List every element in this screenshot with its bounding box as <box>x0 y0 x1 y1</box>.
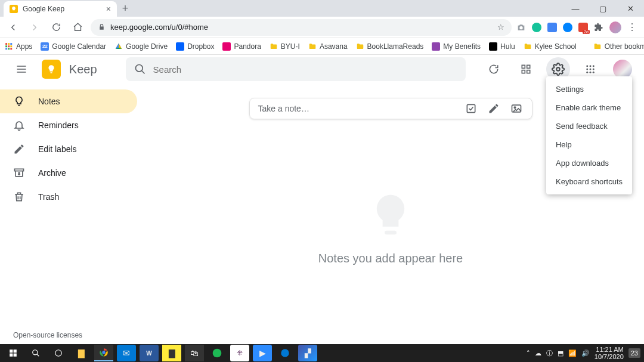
main-menu-button[interactable] <box>10 57 33 81</box>
keep-logo-icon <box>42 60 61 79</box>
tab-close-icon[interactable]: × <box>106 4 111 14</box>
back-button[interactable] <box>5 19 21 36</box>
sidebar-item-trash[interactable]: Trash <box>0 185 137 209</box>
search-box[interactable] <box>126 57 466 81</box>
star-icon[interactable]: ☆ <box>497 23 504 32</box>
window-close-button[interactable]: ✕ <box>617 0 644 17</box>
other-bookmarks[interactable]: Other bookmarks <box>593 42 644 51</box>
search-task-icon[interactable] <box>26 345 45 361</box>
store-taskbar-icon[interactable]: 🛍 <box>185 345 204 361</box>
camera-icon[interactable] <box>516 23 526 32</box>
svg-point-23 <box>590 72 592 73</box>
settings-menu-settings[interactable]: Settings <box>546 80 632 98</box>
svg-point-36 <box>102 351 105 354</box>
refresh-button[interactable] <box>482 57 506 81</box>
grammarly-ext-icon[interactable] <box>532 23 541 32</box>
cortana-icon[interactable] <box>49 345 68 361</box>
bookmark-label: Asavana <box>320 42 348 51</box>
sidebar-item-reminders[interactable]: Reminders <box>0 113 137 137</box>
spotify-taskbar-icon[interactable] <box>208 345 227 361</box>
forward-button[interactable] <box>26 19 43 36</box>
svg-rect-7 <box>5 48 7 49</box>
sidebar-item-label: Notes <box>38 97 60 106</box>
wifi-tray-icon[interactable]: 📶 <box>568 349 577 357</box>
footer-licenses-link[interactable]: Open-source licenses <box>13 331 82 339</box>
bookmark-kylee-school[interactable]: Kylee School <box>524 42 577 51</box>
taskbar-clock[interactable]: 11:21 AM 10/7/2020 <box>595 346 624 360</box>
take-note-input[interactable]: Take a note… <box>249 98 532 119</box>
photos-taskbar-icon[interactable]: ▞ <box>298 345 317 361</box>
zoom-taskbar-icon[interactable]: ▶ <box>253 345 272 361</box>
sidebar-item-label: Reminders <box>38 120 79 130</box>
settings-menu-app-downloads[interactable]: App downloads <box>546 154 632 172</box>
profile-chip[interactable] <box>609 21 621 33</box>
messenger-ext-icon[interactable] <box>563 23 572 32</box>
bookmark-label: Apps <box>16 42 32 51</box>
sidebar-item-notes[interactable]: Notes <box>0 89 137 113</box>
reload-button[interactable] <box>48 19 64 36</box>
bookmark-dropbox[interactable]: Dropbox <box>176 42 214 51</box>
bookmark-my-benefits[interactable]: My Benefits <box>432 42 481 51</box>
empty-state: Notes you add appear here <box>318 191 463 265</box>
new-image-icon[interactable] <box>509 101 524 116</box>
pencil-icon <box>13 143 25 155</box>
extension-icons: 2d ⋮ <box>516 21 639 33</box>
info-tray-icon[interactable]: ⓘ <box>546 349 553 358</box>
bookmark-icon: 22 <box>41 42 49 51</box>
new-tab-button[interactable]: + <box>117 0 134 17</box>
bookmark-icon <box>270 42 278 51</box>
sticky-notes-icon[interactable]: ▇ <box>162 345 181 361</box>
bookmark-icon <box>308 42 317 51</box>
bookmark-apps[interactable]: Apps <box>5 42 32 51</box>
settings-menu-keyboard-shortcuts[interactable]: Keyboard shortcuts <box>546 172 632 191</box>
settings-menu-send-feedback[interactable]: Send feedback <box>546 117 632 135</box>
bookmark-label: Hulu <box>500 42 515 51</box>
mail-taskbar-icon[interactable]: ✉ <box>117 345 136 361</box>
svg-rect-5 <box>8 45 10 47</box>
bookmark-byu-i[interactable]: BYU-I <box>270 42 300 51</box>
slack-taskbar-icon[interactable]: ⁜ <box>230 345 249 361</box>
search-input[interactable] <box>153 64 457 75</box>
url-text: keep.google.com/u/0/#home <box>110 23 208 32</box>
sidebar-item-editlabels[interactable]: Edit labels <box>0 137 137 161</box>
bookmark-asavana[interactable]: Asavana <box>308 42 348 51</box>
system-tray[interactable]: ˄ ☁ ⓘ ⬒ 📶 🔊 11:21 AM 10/7/2020 23 <box>527 346 640 360</box>
window-minimize-button[interactable]: — <box>562 0 589 17</box>
svg-rect-14 <box>527 70 530 73</box>
chrome-menu-icon[interactable]: ⋮ <box>627 21 637 33</box>
edge-taskbar-icon[interactable] <box>275 345 295 361</box>
browser-tab[interactable]: Google Keep × <box>4 1 117 17</box>
sidebar-item-archive[interactable]: Archive <box>0 161 137 185</box>
start-button[interactable] <box>4 345 23 361</box>
bookmark-google-drive[interactable]: Google Drive <box>114 42 168 51</box>
new-drawing-icon[interactable] <box>487 101 501 116</box>
tray-chevron-icon[interactable]: ˄ <box>527 349 530 357</box>
bookmark-google-calendar[interactable]: 22Google Calendar <box>41 42 106 51</box>
word-taskbar-icon[interactable]: W <box>140 345 159 361</box>
window-maximize-button[interactable]: ▢ <box>589 0 617 17</box>
bookmark-pandora[interactable]: Pandora <box>222 42 261 51</box>
chrome-taskbar-icon[interactable] <box>94 345 113 361</box>
file-explorer-icon[interactable]: ▇ <box>72 345 91 361</box>
settings-menu-enable-dark-theme[interactable]: Enable dark theme <box>546 98 632 117</box>
ext-blue-icon[interactable] <box>547 23 557 32</box>
bulb-icon <box>13 95 25 107</box>
onedrive-tray-icon[interactable]: ☁ <box>535 349 541 357</box>
bookmark-label: Google Calendar <box>52 42 106 51</box>
svg-rect-11 <box>522 65 525 68</box>
notification-center-button[interactable]: 23 <box>628 348 640 358</box>
view-grid-button[interactable] <box>514 57 538 81</box>
bell-icon <box>13 119 25 131</box>
svg-point-16 <box>586 65 588 67</box>
bookmark-hulu[interactable]: Hulu <box>489 42 515 51</box>
extensions-puzzle-icon[interactable] <box>594 23 603 32</box>
dropbox-tray-icon[interactable]: ⬒ <box>558 349 564 357</box>
address-bar[interactable]: keep.google.com/u/0/#home ☆ <box>91 19 512 36</box>
home-button[interactable] <box>69 19 86 36</box>
svg-point-20 <box>590 69 592 70</box>
bookmark-bookllamareads[interactable]: BookLlamaReads <box>356 42 424 51</box>
settings-menu-help[interactable]: Help <box>546 135 632 154</box>
todoist-ext-icon[interactable]: 2d <box>578 23 588 32</box>
volume-tray-icon[interactable]: 🔊 <box>581 349 590 357</box>
new-checklist-icon[interactable] <box>464 101 478 116</box>
